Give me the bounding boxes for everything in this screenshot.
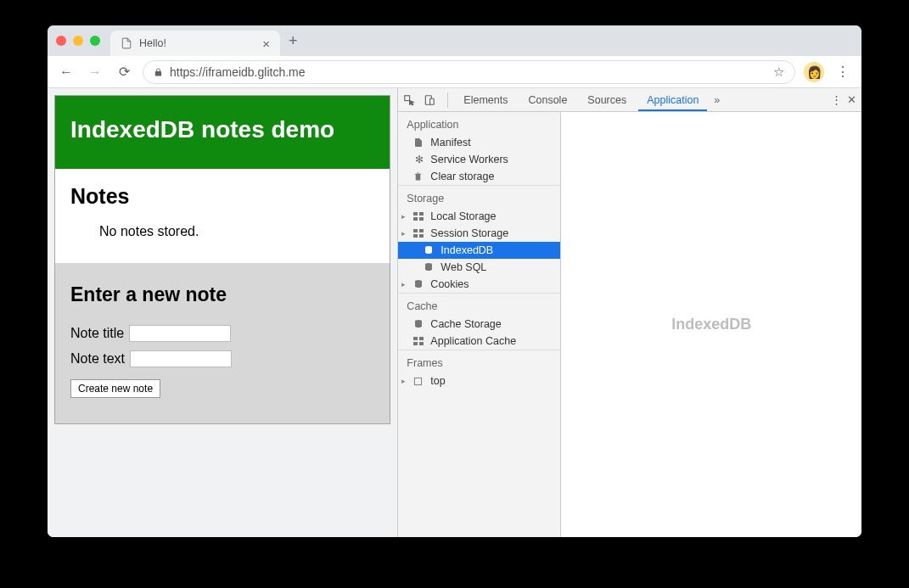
- tab-title: Hello!: [139, 37, 166, 49]
- sidebar-item-label: IndexedDB: [440, 244, 493, 256]
- empty-message: No notes stored.: [99, 224, 374, 239]
- svg-rect-3: [413, 212, 418, 216]
- svg-rect-5: [413, 217, 418, 221]
- svg-rect-9: [413, 234, 418, 238]
- sidebar-item-top-frame[interactable]: top: [398, 372, 560, 389]
- database-icon: [413, 319, 425, 329]
- tab-strip: Hello! × +: [48, 25, 861, 56]
- section-frames: Frames: [398, 350, 560, 372]
- svg-rect-18: [419, 342, 424, 345]
- svg-rect-19: [415, 378, 422, 384]
- database-icon: [424, 245, 435, 255]
- sidebar-item-clear-storage[interactable]: Clear storage: [398, 168, 560, 185]
- sidebar-item-label: top: [430, 375, 445, 387]
- sidebar-item-label: Session Storage: [430, 227, 508, 239]
- page-icon: [121, 37, 132, 49]
- sidebar-item-label: Local Storage: [430, 210, 496, 222]
- device-toggle-icon[interactable]: [424, 94, 440, 106]
- sidebar-item-label: Manifest: [430, 137, 470, 148]
- svg-rect-8: [419, 229, 424, 232]
- grid-icon: [413, 337, 425, 345]
- new-note-form: Enter a new note Note title Note text Cr…: [55, 263, 390, 423]
- grid-icon: [413, 212, 425, 221]
- browser-menu-button[interactable]: ⋮: [833, 64, 853, 80]
- demo-card: IndexedDB notes demo Notes No notes stor…: [54, 95, 390, 424]
- url-text: https://iframeidb.glitch.me: [170, 65, 306, 79]
- svg-rect-6: [419, 217, 424, 221]
- section-application: Application: [398, 112, 560, 134]
- note-title-input[interactable]: [129, 325, 231, 342]
- svg-rect-15: [413, 337, 418, 340]
- separator: [447, 92, 448, 108]
- more-tabs-icon[interactable]: »: [714, 94, 720, 106]
- sidebar-item-cache-storage[interactable]: Cache Storage: [398, 316, 560, 333]
- devtools-menu-icon[interactable]: ⋮: [831, 93, 842, 106]
- tab-console[interactable]: Console: [519, 89, 575, 111]
- sidebar-item-indexeddb[interactable]: IndexedDB: [398, 242, 560, 259]
- grid-icon: [413, 229, 425, 238]
- sidebar-item-service-workers[interactable]: ✻ Service Workers: [398, 151, 560, 168]
- lock-icon: [154, 67, 163, 77]
- svg-rect-0: [405, 95, 410, 100]
- bookmark-icon[interactable]: ☆: [773, 64, 784, 80]
- database-icon: [413, 279, 425, 289]
- create-note-button[interactable]: Create new note: [70, 379, 160, 398]
- svg-rect-4: [419, 212, 424, 216]
- rendered-page: IndexedDB notes demo Notes No notes stor…: [48, 88, 397, 537]
- devtools-panel: Elements Console Sources Application » ⋮…: [397, 88, 861, 537]
- sidebar-item-label: Service Workers: [430, 154, 508, 165]
- devtools-close-icon[interactable]: ✕: [847, 93, 856, 106]
- sidebar-item-label: Cookies: [430, 278, 469, 290]
- sidebar-item-websql[interactable]: Web SQL: [398, 259, 560, 276]
- devtools-main-panel: IndexedDB: [561, 112, 861, 537]
- form-heading: Enter a new note: [70, 283, 374, 306]
- application-sidebar: Application Manifest ✻ Service Workers: [398, 112, 561, 537]
- address-bar[interactable]: https://iframeidb.glitch.me ☆: [143, 60, 795, 84]
- sidebar-item-manifest[interactable]: Manifest: [398, 134, 560, 151]
- sidebar-item-application-cache[interactable]: Application Cache: [398, 333, 560, 350]
- note-text-input[interactable]: [130, 350, 232, 367]
- tab-sources[interactable]: Sources: [579, 89, 635, 111]
- browser-window: Hello! × + ← → ⟳ https://iframeidb.glitc…: [48, 25, 861, 537]
- maximize-window-button[interactable]: [90, 36, 100, 46]
- devtools-body: Application Manifest ✻ Service Workers: [398, 112, 861, 537]
- tab-elements[interactable]: Elements: [455, 89, 516, 111]
- new-tab-button[interactable]: +: [289, 32, 298, 50]
- svg-rect-2: [430, 98, 435, 104]
- database-icon: [424, 262, 435, 272]
- document-icon: [413, 137, 425, 148]
- trash-icon: [413, 171, 425, 182]
- note-text-label: Note text: [70, 351, 125, 367]
- close-window-button[interactable]: [56, 36, 66, 46]
- tab-application[interactable]: Application: [638, 89, 707, 111]
- sidebar-item-local-storage[interactable]: Local Storage: [398, 208, 560, 225]
- back-button[interactable]: ←: [56, 64, 76, 80]
- svg-rect-10: [419, 234, 424, 238]
- content-area: IndexedDB notes demo Notes No notes stor…: [48, 88, 861, 537]
- sidebar-item-cookies[interactable]: Cookies: [398, 276, 560, 293]
- svg-rect-7: [413, 229, 418, 232]
- sidebar-item-label: Clear storage: [430, 171, 494, 182]
- forward-button[interactable]: →: [85, 64, 105, 80]
- note-title-label: Note title: [70, 326, 124, 341]
- window-controls: [56, 36, 100, 46]
- section-cache: Cache: [398, 293, 560, 316]
- browser-toolbar: ← → ⟳ https://iframeidb.glitch.me ☆ 👩 ⋮: [48, 56, 861, 88]
- close-tab-button[interactable]: ×: [262, 36, 270, 51]
- profile-avatar[interactable]: 👩: [804, 62, 824, 82]
- main-placeholder: IndexedDB: [671, 316, 751, 333]
- browser-tab[interactable]: Hello! ×: [110, 31, 280, 56]
- section-storage: Storage: [398, 185, 560, 208]
- notes-section: Notes No notes stored.: [55, 169, 390, 263]
- gear-icon: ✻: [413, 154, 425, 165]
- notes-heading: Notes: [70, 184, 374, 209]
- devtools-tabstrip: Elements Console Sources Application » ⋮…: [398, 88, 861, 112]
- sidebar-item-session-storage[interactable]: Session Storage: [398, 225, 560, 242]
- inspect-icon[interactable]: [403, 94, 420, 106]
- minimize-window-button[interactable]: [73, 36, 83, 46]
- frame-icon: [413, 377, 425, 386]
- reload-button[interactable]: ⟳: [114, 64, 134, 80]
- page-title: IndexedDB notes demo: [55, 96, 390, 169]
- sidebar-item-label: Cache Storage: [430, 318, 501, 330]
- sidebar-item-label: Application Cache: [430, 335, 516, 347]
